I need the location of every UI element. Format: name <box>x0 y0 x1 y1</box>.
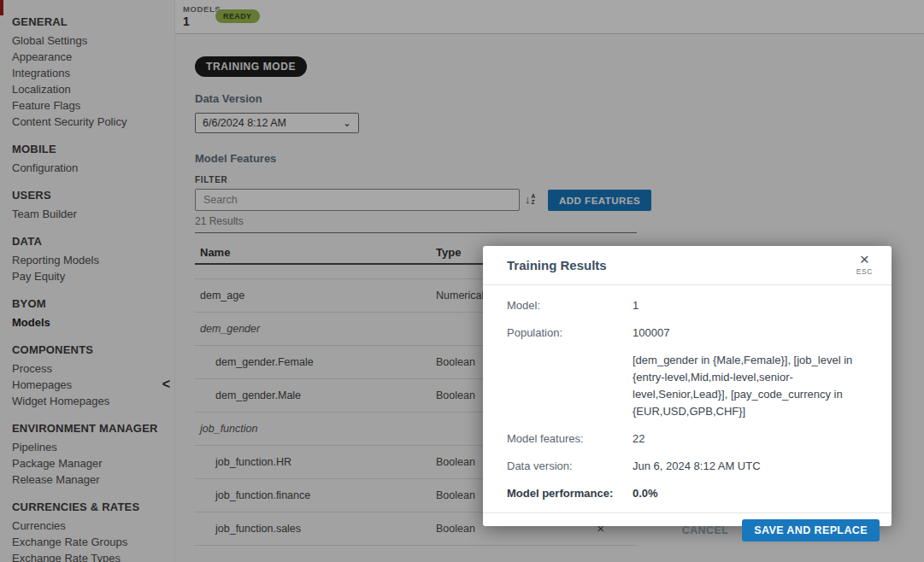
detail-label <box>507 352 633 420</box>
save-and-replace-button[interactable]: SAVE AND REPLACE <box>742 519 880 542</box>
close-icon: × <box>856 251 873 267</box>
modal-detail-row: Model performance:0.0% <box>507 485 868 502</box>
modal-detail-row: Model:1 <box>507 297 868 314</box>
close-button[interactable]: × ESC <box>856 251 873 276</box>
modal-detail-row: [dem_gender in {Male,Female}], [job_leve… <box>507 352 868 420</box>
modal-header: Training Results × ESC <box>483 246 892 285</box>
modal-detail-row: Model features:22 <box>507 430 868 448</box>
detail-value: 1 <box>633 297 868 314</box>
detail-label: Data version: <box>507 458 633 475</box>
detail-label: Model performance: <box>507 485 633 502</box>
settings-screen: GENERALGlobal SettingsAppearanceIntegrat… <box>0 0 924 562</box>
modal-title: Training Results <box>507 258 607 272</box>
detail-label: Model features: <box>507 430 633 448</box>
detail-value: 22 <box>633 430 868 448</box>
cancel-button[interactable]: CANCEL <box>682 524 728 536</box>
modal-body: Model:1Population:100007[dem_gender in {… <box>483 285 892 512</box>
detail-label: Population: <box>507 325 633 342</box>
detail-value: Jun 6, 2024 8:12 AM UTC <box>633 458 868 475</box>
detail-value: 100007 <box>633 325 868 342</box>
detail-value: [dem_gender in {Male,Female}], [job_leve… <box>633 352 868 420</box>
esc-label: ESC <box>856 267 873 276</box>
modal-footer: CANCEL SAVE AND REPLACE <box>483 512 892 547</box>
detail-value: 0.0% <box>633 485 868 502</box>
detail-label: Model: <box>507 297 633 314</box>
modal-detail-row: Population:100007 <box>507 325 868 342</box>
training-results-modal: Training Results × ESC Model:1Population… <box>483 246 892 526</box>
modal-detail-row: Data version:Jun 6, 2024 8:12 AM UTC <box>507 458 868 475</box>
